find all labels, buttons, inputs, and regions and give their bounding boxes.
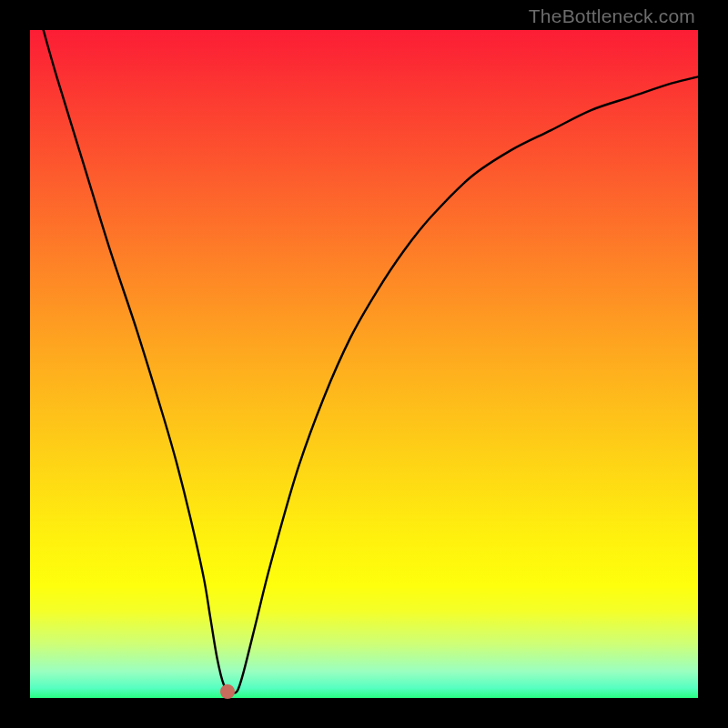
optimum-marker	[220, 684, 235, 699]
bottleneck-curve	[30, 30, 698, 698]
chart-frame: TheBottleneck.com	[0, 0, 728, 728]
watermark-text: TheBottleneck.com	[529, 5, 695, 27]
plot-area	[30, 30, 698, 698]
